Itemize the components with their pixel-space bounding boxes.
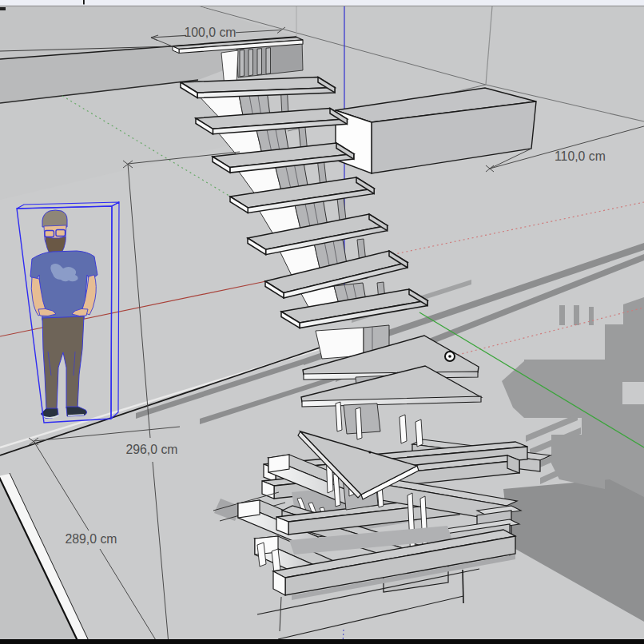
svg-text:289,0 cm: 289,0 cm bbox=[66, 532, 117, 546]
svg-text:100,0 cm: 100,0 cm bbox=[185, 26, 237, 39]
svg-text:110,0 cm: 110,0 cm bbox=[555, 149, 606, 163]
svg-text:296,0 cm: 296,0 cm bbox=[126, 443, 178, 456]
